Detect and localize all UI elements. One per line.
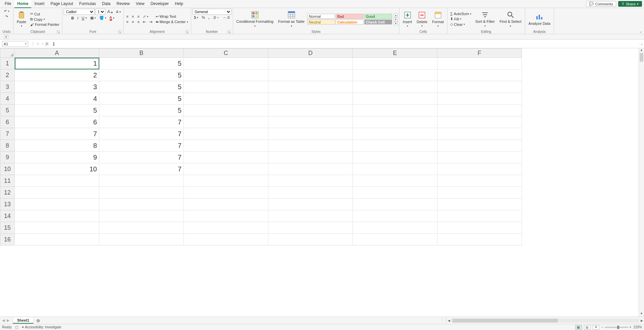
alignment-dialog-icon[interactable]: ↘ <box>185 30 189 34</box>
cell-style-neutral[interactable]: Neutral <box>307 19 335 24</box>
accounting-format-button[interactable]: $▾ <box>193 15 200 20</box>
cell-style-bad[interactable]: Bad <box>336 14 364 19</box>
scroll-right-button[interactable]: ▶ <box>639 319 644 322</box>
cell-D12[interactable] <box>268 187 353 199</box>
cell-C16[interactable] <box>184 234 268 245</box>
row-header-2[interactable]: 2 <box>0 69 15 81</box>
column-header-A[interactable]: A <box>15 48 99 58</box>
decrease-font-button[interactable]: A▾ <box>115 10 122 14</box>
align-left-button[interactable]: ≡ <box>125 19 130 24</box>
horizontal-scroll-thumb[interactable] <box>452 319 558 323</box>
cell-C9[interactable] <box>184 152 268 163</box>
sheet-tab-active[interactable]: Sheet1 <box>13 318 34 324</box>
horizontal-scrollbar[interactable]: ◀ ▶ <box>446 317 644 324</box>
cell-E7[interactable] <box>353 128 437 140</box>
cell-B16[interactable] <box>99 234 184 245</box>
zoom-out-button[interactable]: − <box>601 325 603 329</box>
decrease-indent-button[interactable]: ⇤ <box>142 19 147 24</box>
cell-B9[interactable]: 7 <box>99 152 184 163</box>
vertical-scrollbar[interactable]: ▲ ▼ <box>639 48 644 317</box>
cell-C3[interactable] <box>184 81 268 93</box>
enter-formula-button[interactable]: ✓ <box>41 42 44 46</box>
number-dialog-icon[interactable]: ↘ <box>227 30 231 34</box>
cell-C4[interactable] <box>184 93 268 105</box>
tab-review[interactable]: Review <box>114 0 132 8</box>
cell-B5[interactable]: 5 <box>99 105 184 116</box>
cell-E9[interactable] <box>353 152 437 163</box>
cell-B11[interactable] <box>99 175 184 187</box>
cell-F16[interactable] <box>437 234 522 245</box>
cell-E12[interactable] <box>353 187 437 199</box>
scroll-down-button[interactable]: ▼ <box>639 312 644 317</box>
copy-button[interactable]: ⧉Copy▾ <box>29 17 61 22</box>
borders-button[interactable]: ▦▾ <box>89 15 97 20</box>
row-header-16[interactable]: 16 <box>0 234 15 245</box>
cell-E8[interactable] <box>353 140 437 152</box>
font-size-select[interactable]: 11 <box>95 9 105 15</box>
styles-scroll-up[interactable]: ▴ <box>394 13 398 17</box>
row-header-6[interactable]: 6 <box>0 116 15 128</box>
tab-home[interactable]: Home <box>14 0 31 8</box>
cell-C10[interactable] <box>184 163 268 175</box>
cell-A2[interactable]: 2 <box>15 69 99 81</box>
cell-D15[interactable] <box>268 222 353 234</box>
expand-formula-bar-button[interactable]: ⌄ <box>639 42 644 46</box>
page-layout-view-button[interactable]: ▤ <box>584 325 591 330</box>
cell-B1[interactable]: 5 <box>99 58 184 69</box>
cell-C1[interactable] <box>184 58 268 69</box>
conditional-formatting-button[interactable]: Conditional Formatting▾ <box>234 10 276 28</box>
cell-D6[interactable] <box>268 116 353 128</box>
row-header-8[interactable]: 8 <box>0 140 15 152</box>
align-middle-button[interactable]: ≡ <box>130 14 135 19</box>
cell-A15[interactable] <box>15 222 99 234</box>
cell-F3[interactable] <box>437 81 522 93</box>
number-format-select[interactable]: General <box>193 9 231 15</box>
cell-D2[interactable] <box>268 69 353 81</box>
align-right-button[interactable]: ≡ <box>136 19 141 24</box>
cell-B8[interactable]: 7 <box>99 140 184 152</box>
row-header-7[interactable]: 7 <box>0 128 15 140</box>
cell-F8[interactable] <box>437 140 522 152</box>
font-dialog-icon[interactable]: ↘ <box>118 30 121 34</box>
sheet-nav-next[interactable]: ▶ <box>7 318 9 323</box>
zoom-level[interactable]: 220% <box>633 325 642 329</box>
cell-styles-gallery[interactable]: NormalBadGoodNeutralCalculationCheck Cel… <box>307 14 392 24</box>
cell-F14[interactable] <box>437 210 522 222</box>
cell-C12[interactable] <box>184 187 268 199</box>
collapse-ribbon-button[interactable]: ⌄ <box>639 30 642 33</box>
cell-D9[interactable] <box>268 152 353 163</box>
cell-E11[interactable] <box>353 175 437 187</box>
cell-F5[interactable] <box>437 105 522 116</box>
cell-E16[interactable] <box>353 234 437 245</box>
cell-D8[interactable] <box>268 140 353 152</box>
cancel-formula-button[interactable]: ✕ <box>36 42 40 46</box>
cell-A14[interactable] <box>15 210 99 222</box>
row-header-13[interactable]: 13 <box>0 199 15 210</box>
cell-A6[interactable]: 6 <box>15 116 99 128</box>
paste-button[interactable]: Paste ▾ <box>15 10 28 28</box>
column-header-C[interactable]: C <box>184 48 268 58</box>
row-header-1[interactable]: 1 <box>0 58 15 69</box>
cell-C14[interactable] <box>184 210 268 222</box>
autosum-button[interactable]: ∑AutoSum▾ <box>449 11 473 16</box>
cell-A5[interactable]: 5 <box>15 105 99 116</box>
add-sheet-button[interactable]: ⊕ <box>36 318 40 323</box>
delete-cells-button[interactable]: Delete▾ <box>415 10 429 28</box>
cell-D11[interactable] <box>268 175 353 187</box>
cell-E4[interactable] <box>353 93 437 105</box>
styles-more-button[interactable]: ▾ <box>394 21 398 25</box>
cell-D16[interactable] <box>268 234 353 245</box>
cell-D14[interactable] <box>268 210 353 222</box>
format-as-table-button[interactable]: Format as Table▾ <box>276 10 307 28</box>
cell-B2[interactable]: 5 <box>99 69 184 81</box>
page-break-view-button[interactable]: ⧉ <box>593 325 599 330</box>
formula-input[interactable] <box>51 41 639 47</box>
cell-D1[interactable] <box>268 58 353 69</box>
cell-F10[interactable] <box>437 163 522 175</box>
cell-D3[interactable] <box>268 81 353 93</box>
row-header-12[interactable]: 12 <box>0 187 15 199</box>
cell-E14[interactable] <box>353 210 437 222</box>
tab-formulas[interactable]: Formulas <box>76 0 99 8</box>
cell-C5[interactable] <box>184 105 268 116</box>
name-box[interactable]: A1 ▾ <box>2 41 28 47</box>
